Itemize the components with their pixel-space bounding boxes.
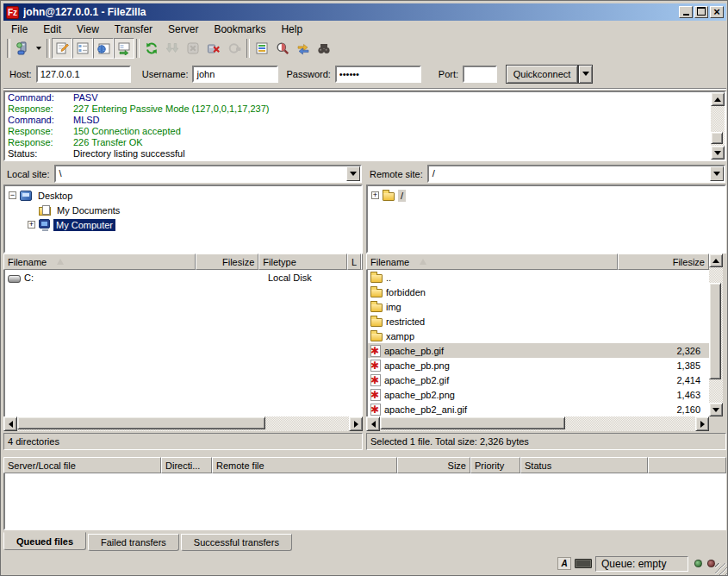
tree-item-my-documents[interactable]: My Documents bbox=[9, 203, 361, 217]
file-row[interactable]: C: Local Disk bbox=[5, 270, 361, 285]
column-header[interactable]: Filename bbox=[3, 254, 196, 270]
username-input[interactable] bbox=[192, 66, 278, 83]
close-button[interactable] bbox=[710, 6, 724, 18]
queue-tab[interactable]: Queued files bbox=[3, 532, 86, 550]
file-row[interactable]: apache_pb.gif 2,326 bbox=[368, 343, 709, 358]
scroll-down-button[interactable] bbox=[711, 146, 725, 160]
filezilla-window: john@127.0.0.1 - FileZilla File Edit Vie… bbox=[0, 0, 728, 576]
queue-tab[interactable]: Failed transfers bbox=[88, 534, 179, 551]
menu-item[interactable]: File bbox=[3, 22, 35, 37]
directory-comparison-button[interactable] bbox=[272, 38, 293, 59]
scrollbar-thumb[interactable] bbox=[711, 132, 723, 144]
file-row[interactable]: forbidden bbox=[368, 285, 709, 299]
site-manager-dropdown-button[interactable] bbox=[33, 38, 45, 59]
title-bar: john@127.0.0.1 - FileZilla bbox=[3, 3, 726, 21]
cancel-operation-button[interactable] bbox=[183, 38, 203, 59]
scroll-down-button[interactable] bbox=[709, 403, 723, 416]
find-files-button[interactable] bbox=[314, 38, 334, 59]
scrollbar-corner bbox=[709, 416, 723, 431]
scroll-right-button[interactable] bbox=[349, 416, 363, 431]
column-header[interactable]: Filesize bbox=[618, 254, 709, 270]
remote-site-label: Remote site: bbox=[366, 169, 427, 179]
scroll-up-button[interactable] bbox=[711, 92, 725, 106]
menu-item[interactable]: Bookmarks bbox=[206, 22, 273, 37]
menu-item[interactable]: Server bbox=[160, 22, 206, 37]
password-input[interactable] bbox=[335, 66, 421, 83]
menu-item[interactable]: Help bbox=[273, 22, 310, 37]
column-header[interactable]: Remote file bbox=[212, 457, 397, 473]
file-row[interactable]: xampp bbox=[368, 329, 709, 343]
scrollbar-thumb[interactable] bbox=[17, 416, 265, 429]
scrollbar-thumb[interactable] bbox=[380, 416, 565, 429]
toggle-remote-tree-button[interactable] bbox=[93, 38, 114, 59]
reconnect-button[interactable] bbox=[224, 38, 245, 59]
quickconnect-button[interactable]: Quickconnect bbox=[506, 65, 578, 84]
tree-collapse-icon[interactable]: − bbox=[9, 191, 16, 199]
remote-list-hscrollbar[interactable] bbox=[366, 416, 709, 431]
column-header[interactable]: L bbox=[347, 254, 361, 270]
synchronized-browsing-button[interactable] bbox=[293, 38, 314, 59]
queue-list bbox=[3, 473, 726, 530]
filter-button[interactable] bbox=[252, 38, 272, 59]
local-site-combobox[interactable]: \ bbox=[54, 165, 362, 183]
menu-item[interactable]: Edit bbox=[35, 22, 69, 37]
folder-icon bbox=[370, 318, 383, 327]
queue-tab[interactable]: Successful transfers bbox=[181, 534, 292, 551]
host-input[interactable] bbox=[36, 66, 131, 83]
maximize-button[interactable] bbox=[694, 6, 708, 18]
scroll-up-button[interactable] bbox=[709, 254, 723, 267]
column-header[interactable]: Priority bbox=[470, 457, 520, 473]
process-queue-button[interactable] bbox=[162, 38, 183, 59]
folder-icon bbox=[370, 289, 383, 297]
resize-grip[interactable] bbox=[715, 563, 727, 575]
disconnect-button[interactable] bbox=[203, 38, 224, 59]
refresh-button[interactable] bbox=[141, 38, 162, 59]
file-row[interactable]: apache_pb2.png 1,463 bbox=[368, 387, 709, 402]
toggle-local-tree-button[interactable] bbox=[72, 38, 93, 59]
file-row[interactable]: restricted bbox=[368, 314, 709, 329]
activity-led-red-icon bbox=[707, 560, 715, 567]
file-row[interactable]: img bbox=[368, 299, 709, 314]
scroll-left-button[interactable] bbox=[3, 416, 17, 431]
column-header[interactable]: Filename bbox=[366, 254, 618, 270]
tree-item-my-computer[interactable]: + My Computer bbox=[9, 217, 361, 232]
local-site-bar: Local site: \ bbox=[3, 165, 363, 183]
minimize-button[interactable] bbox=[679, 6, 693, 18]
menu-item[interactable]: Transfer bbox=[107, 22, 160, 37]
column-header[interactable]: Size bbox=[397, 457, 470, 473]
tree-expand-icon[interactable]: + bbox=[28, 221, 35, 229]
remote-directory-tree: + / bbox=[366, 185, 726, 254]
log-scrollbar[interactable] bbox=[711, 92, 725, 160]
column-header[interactable]: Filetype bbox=[258, 254, 347, 270]
site-manager-button[interactable] bbox=[12, 38, 33, 59]
queue-status: Queue: empty bbox=[595, 556, 688, 572]
combo-dropdown-button[interactable] bbox=[710, 166, 724, 181]
column-header[interactable]: Directi... bbox=[161, 457, 212, 473]
file-row[interactable]: apache_pb.png 1,385 bbox=[368, 358, 709, 373]
menu-item[interactable]: View bbox=[69, 22, 107, 37]
column-header[interactable]: Server/Local file bbox=[3, 457, 161, 473]
cancel-icon bbox=[186, 41, 200, 55]
tree-item-desktop[interactable]: − Desktop bbox=[9, 188, 361, 203]
remote-status-text: Selected 1 file. Total size: 2,326 bytes bbox=[366, 433, 726, 450]
quickconnect-dropdown-button[interactable] bbox=[578, 65, 593, 84]
local-site-label: Local site: bbox=[3, 169, 54, 179]
remote-site-combobox[interactable]: / bbox=[427, 165, 725, 183]
tree-expand-icon[interactable]: + bbox=[371, 191, 379, 199]
toggle-transfer-queue-button[interactable] bbox=[114, 38, 134, 59]
file-row[interactable]: .. bbox=[368, 270, 709, 285]
scrollbar-thumb[interactable] bbox=[709, 283, 721, 379]
scroll-left-button[interactable] bbox=[366, 416, 380, 431]
toggle-message-log-button[interactable] bbox=[52, 38, 72, 59]
local-list-hscrollbar[interactable] bbox=[3, 416, 363, 431]
chevron-down-icon bbox=[713, 172, 720, 179]
column-header[interactable]: Status bbox=[520, 457, 648, 473]
port-input[interactable] bbox=[463, 66, 497, 83]
combo-dropdown-button[interactable] bbox=[346, 166, 360, 181]
column-header[interactable]: Filesize bbox=[196, 254, 258, 270]
file-row[interactable]: apache_pb2.gif 2,414 bbox=[368, 373, 709, 387]
scroll-right-button[interactable] bbox=[695, 416, 709, 431]
remote-list-scrollbar[interactable] bbox=[709, 254, 723, 416]
tree-item-root[interactable]: + / bbox=[371, 188, 725, 203]
file-row[interactable]: apache_pb2_ani.gif 2,160 bbox=[368, 402, 709, 416]
